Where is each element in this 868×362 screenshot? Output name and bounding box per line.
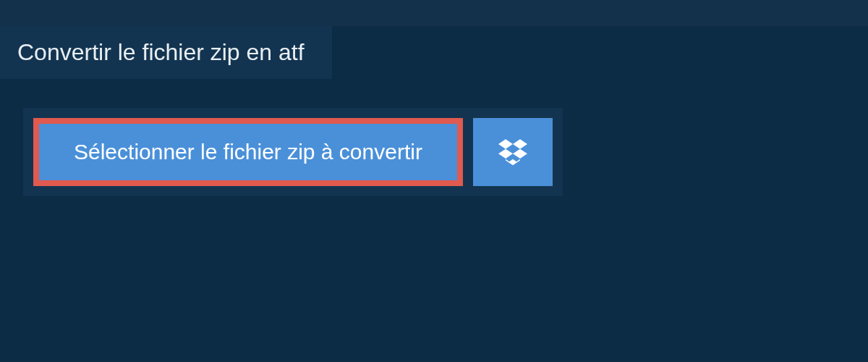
select-file-button[interactable]: Sélectionner le fichier zip à convertir — [33, 118, 463, 186]
page-title: Convertir le fichier zip en atf — [0, 26, 332, 79]
page-title-text: Convertir le fichier zip en atf — [17, 39, 305, 65]
select-file-button-label: Sélectionner le fichier zip à convertir — [74, 140, 422, 164]
dropbox-button[interactable] — [473, 118, 553, 186]
dropbox-icon — [498, 137, 527, 168]
top-bar — [0, 0, 868, 26]
action-panel: Sélectionner le fichier zip à convertir — [23, 108, 563, 196]
